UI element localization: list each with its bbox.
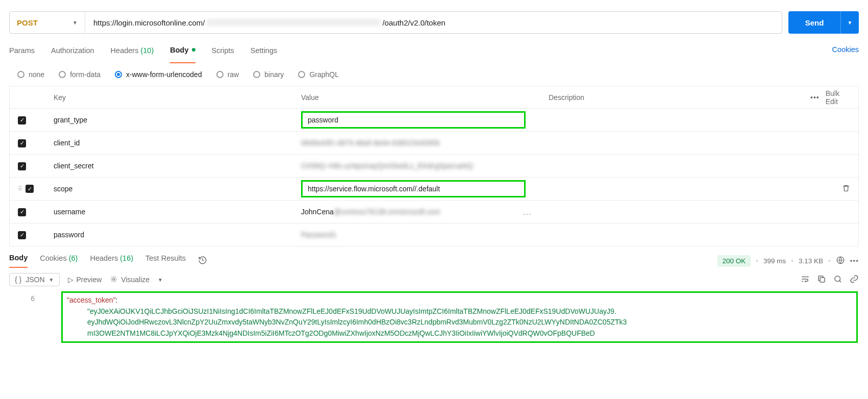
- table-row: ⠿✓ scope https://service.flow.microsoft.…: [10, 178, 858, 201]
- response-tabs: Body Cookies (6) Headers (16) Test Resul…: [0, 246, 868, 268]
- radio-icon: [59, 71, 66, 78]
- json-key: "access_token": [67, 296, 116, 304]
- response-tab-tests[interactable]: Test Results: [145, 254, 186, 267]
- tab-headers-label: Headers: [111, 46, 139, 55]
- chevron-down-icon: ▼: [49, 277, 54, 283]
- kv-value[interactable]: Password1: [301, 231, 336, 239]
- tab-body-label: Body: [170, 46, 188, 54]
- send-more-button[interactable]: ▼: [840, 11, 859, 34]
- tab-body[interactable]: Body: [170, 44, 195, 63]
- checkbox-icon[interactable]: ✓: [18, 208, 26, 216]
- kv-table: Key Value Description ••• Bulk Edit ✓ gr…: [9, 86, 859, 246]
- kv-key[interactable]: username: [45, 208, 293, 216]
- json-value-line: mI3OWE2NTM1MC8iLCJpYXQiOjE3Mzk4Njg4NDIsI…: [67, 328, 852, 339]
- preview-button[interactable]: ▷ Preview: [68, 276, 102, 284]
- more-icon[interactable]: •••: [810, 93, 820, 102]
- tab-params[interactable]: Params: [9, 44, 35, 63]
- kv-key[interactable]: client_id: [45, 139, 293, 147]
- search-icon[interactable]: [833, 275, 842, 285]
- kv-key[interactable]: client_secret: [45, 162, 293, 170]
- body-type-binary[interactable]: binary: [253, 70, 284, 79]
- status-size: 3.13 KB: [799, 257, 823, 265]
- url-suffix: /oauth2/v2.0/token: [382, 18, 445, 27]
- body-type-graphql[interactable]: GraphQL: [298, 70, 339, 79]
- svg-point-3: [835, 276, 840, 282]
- chevron-down-icon: ▼: [72, 20, 78, 26]
- drag-handle-icon[interactable]: ⠿: [18, 185, 22, 192]
- delete-icon[interactable]: [842, 184, 850, 194]
- body-type-form-data[interactable]: form-data: [59, 70, 101, 79]
- kv-value[interactable]: 0848e43f1-4875-48a5-8e0e-63852344095b: [301, 139, 440, 147]
- checkbox-icon[interactable]: ✓: [26, 185, 34, 193]
- value-redacted: @contoso78138.onmicrosoft.com: [334, 208, 440, 216]
- history-icon[interactable]: [198, 256, 207, 266]
- kv-value[interactable]: JohnCena: [301, 208, 334, 216]
- body-type-none[interactable]: none: [17, 70, 44, 79]
- response-toolbar: { } JSON ▼ ▷ Preview Visualize ▼: [0, 268, 868, 291]
- kv-value[interactable]: CH58Q~H8n.ucNpxinayQmOkedLz_EKdngSperuaN…: [301, 162, 473, 170]
- svg-point-1: [113, 278, 115, 280]
- bulk-edit-button[interactable]: Bulk Edit: [826, 89, 850, 106]
- link-icon[interactable]: [850, 275, 859, 285]
- copy-icon[interactable]: [817, 275, 826, 285]
- checkbox-icon[interactable]: ✓: [18, 231, 26, 239]
- body-type-raw[interactable]: raw: [216, 70, 239, 79]
- modified-dot-icon: [192, 48, 195, 52]
- table-row: ✓ username JohnCena@contoso78138.onmicro…: [10, 201, 858, 223]
- tab-scripts[interactable]: Scripts: [212, 44, 234, 63]
- checkbox-icon[interactable]: ✓: [18, 116, 26, 124]
- kv-key[interactable]: grant_type: [45, 116, 293, 124]
- response-tab-cookies-count: (6): [69, 254, 78, 262]
- radio-icon: [253, 71, 260, 78]
- body-type-none-label: none: [29, 70, 44, 79]
- radio-selected-icon: [115, 71, 122, 78]
- table-row: ✓ grant_type password: [10, 109, 858, 132]
- format-select[interactable]: { } JSON ▼: [9, 273, 60, 286]
- checkbox-icon[interactable]: ✓: [18, 162, 26, 170]
- json-value-line: "eyJ0eXAiOiJKV1QiLCJhbGciOiJSUzI1NiIsIng…: [67, 306, 852, 317]
- body-type-raw-label: raw: [228, 70, 239, 79]
- response-tab-cookies[interactable]: Cookies (6): [40, 254, 78, 267]
- response-tab-body[interactable]: Body: [9, 254, 28, 268]
- table-row: ✓ client_secret CH58Q~H8n.ucNpxinayQmOke…: [10, 155, 858, 178]
- url-prefix: https://login.microsoftonline.com/: [93, 18, 205, 27]
- format-label: JSON: [26, 276, 44, 284]
- json-value-line: eyJhdWQiOiJodHRwczovL3NlcnZpY2UuZmxvdy5t…: [67, 317, 852, 328]
- kv-value[interactable]: password: [301, 111, 526, 129]
- chevron-down-icon[interactable]: ▼: [158, 277, 163, 283]
- response-body: 6 "access_token": "eyJ0eXAiOiJKV1QiLCJhb…: [0, 291, 868, 343]
- checkbox-icon[interactable]: ✓: [18, 139, 26, 147]
- body-type-urlenc-label: x-www-form-urlencoded: [126, 70, 202, 79]
- url-bar: POST ▼ https://login.microsoftonline.com…: [9, 11, 782, 34]
- visualize-icon: [110, 275, 118, 285]
- kv-header-value: Value: [293, 93, 540, 102]
- response-tab-headers[interactable]: Headers (16): [90, 254, 133, 267]
- url-input[interactable]: https://login.microsoftonline.com/ /oaut…: [85, 12, 782, 33]
- preview-label: Preview: [77, 276, 102, 284]
- kv-value[interactable]: https://service.flow.microsoft.com//.def…: [301, 180, 526, 197]
- response-highlight: "access_token": "eyJ0eXAiOiJKV1QiLCJhbGc…: [61, 291, 858, 343]
- tab-settings[interactable]: Settings: [251, 44, 277, 63]
- tab-headers-count: (10): [140, 46, 154, 55]
- body-type-row: none form-data x-www-form-urlencoded raw…: [0, 63, 868, 86]
- line-number: 6: [31, 294, 35, 303]
- method-select[interactable]: POST ▼: [10, 12, 85, 33]
- request-tabs: Params Authorization Headers (10) Body S…: [0, 39, 868, 63]
- more-icon[interactable]: •••: [850, 257, 859, 265]
- overflow-icon[interactable]: …: [523, 207, 532, 217]
- kv-key[interactable]: scope: [45, 185, 293, 193]
- tab-headers[interactable]: Headers (10): [111, 44, 154, 63]
- visualize-button[interactable]: Visualize: [110, 275, 150, 285]
- send-button[interactable]: Send: [788, 11, 840, 34]
- kv-key[interactable]: password: [45, 231, 293, 239]
- kv-header: Key Value Description ••• Bulk Edit: [10, 86, 858, 109]
- globe-icon[interactable]: [836, 256, 845, 266]
- radio-icon: [216, 71, 224, 78]
- cookies-link[interactable]: Cookies: [832, 45, 859, 62]
- body-type-urlencoded[interactable]: x-www-form-urlencoded: [115, 70, 202, 79]
- tab-authorization[interactable]: Authorization: [51, 44, 94, 63]
- wrap-icon[interactable]: [801, 275, 810, 285]
- table-row: ✓ password Password1: [10, 223, 858, 246]
- method-label: POST: [17, 18, 38, 27]
- url-redacted: [207, 19, 380, 26]
